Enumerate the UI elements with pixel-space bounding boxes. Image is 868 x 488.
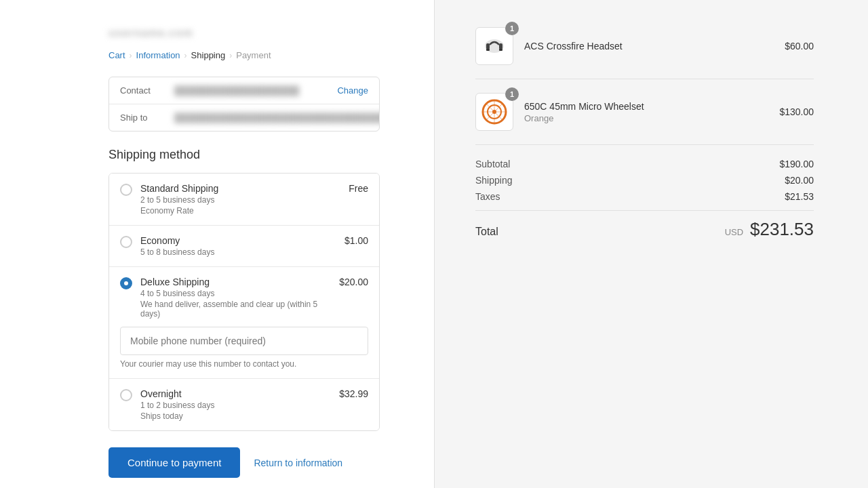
option-info-deluxe: Deluxe Shipping 4 to 5 business days We … [140, 277, 331, 319]
subtotal-value: $190.00 [779, 159, 814, 169]
shipping-option-deluxe[interactable]: Deluxe Shipping 4 to 5 business days We … [109, 267, 379, 379]
breadcrumb-sep-3: › [229, 51, 232, 60]
ship-to-value: ██████████████████████████████████████ [174, 113, 380, 123]
svg-rect-4 [499, 49, 502, 51]
contact-value: ████████████████████ [174, 85, 337, 96]
radio-economy[interactable] [120, 236, 132, 248]
contact-change-link[interactable]: Change [337, 85, 368, 96]
grand-total-amount-wrap: USD $231.53 [725, 219, 814, 240]
item-details-wheelset: 650C 45mm Micro Wheelset Orange [524, 101, 779, 123]
breadcrumb-cart[interactable]: Cart [108, 50, 125, 60]
contact-row: Contact ████████████████████ Change [109, 77, 379, 104]
ship-to-label: Ship to [120, 113, 174, 123]
breadcrumb-shipping: Shipping [191, 50, 226, 60]
breadcrumb-information[interactable]: Information [136, 50, 180, 60]
shipping-option-standard[interactable]: Standard Shipping 2 to 5 business days E… [109, 174, 379, 226]
item-name-headset: ACS Crossfire Headset [524, 41, 785, 52]
taxes-row: Taxes $21.53 [475, 191, 814, 202]
item-price-headset: $60.00 [785, 41, 814, 52]
headset-icon [479, 31, 509, 61]
option-name-standard: Standard Shipping [140, 183, 340, 194]
breadcrumb-sep-1: › [130, 51, 132, 60]
subtotal-label: Subtotal [475, 159, 510, 169]
shipping-label: Shipping [475, 175, 513, 186]
grand-total-amount: $231.53 [750, 219, 814, 239]
breadcrumb-payment: Payment [236, 50, 271, 60]
radio-standard[interactable] [120, 184, 132, 196]
option-sub-overnight: 1 to 2 business days [140, 401, 331, 410]
shipping-option-overnight[interactable]: Overnight 1 to 2 business days Ships tod… [109, 379, 379, 430]
checkout-left-panel: username.com Cart › Information › Shippi… [0, 0, 434, 488]
option-sub-standard: 2 to 5 business days [140, 195, 340, 205]
return-to-information-link[interactable]: Return to information [254, 458, 342, 468]
item-badge-headset: 1 [505, 22, 519, 35]
breadcrumb: Cart › Information › Shipping › Payment [108, 50, 380, 60]
shipping-option-economy[interactable]: Economy 5 to 8 business days $1.00 [109, 226, 379, 267]
option-info-overnight: Overnight 1 to 2 business days Ships tod… [140, 388, 331, 421]
option-sub-deluxe: 4 to 5 business days [140, 289, 331, 298]
option-name-overnight: Overnight [140, 388, 331, 399]
order-summary-panel: 1 ACS Crossfire Headset $60.00 1 [434, 0, 868, 488]
option-sub2-standard: Economy Rate [140, 206, 340, 216]
grand-total-label: Total [475, 226, 498, 238]
phone-hint: Your courier may use this number to cont… [120, 359, 368, 369]
option-sub2-deluxe: We hand deliver, assemble and clear up (… [140, 300, 331, 319]
shipping-row: Shipping $20.00 [475, 175, 814, 186]
svg-rect-3 [486, 49, 490, 51]
totals-divider [475, 210, 814, 211]
option-sub-economy: 5 to 8 business days [140, 247, 336, 257]
option-price-overnight: $32.99 [339, 388, 368, 399]
wheelset-icon [479, 97, 509, 127]
option-price-standard: Free [349, 183, 368, 194]
continue-to-payment-button[interactable]: Continue to payment [108, 447, 240, 478]
store-name: username.com [108, 27, 380, 39]
shipping-value: $20.00 [785, 175, 814, 186]
option-price-deluxe: $20.00 [339, 277, 368, 287]
item-image-wrap-headset: 1 [475, 27, 513, 65]
shipping-options-list: Standard Shipping 2 to 5 business days E… [108, 173, 380, 431]
option-info-standard: Standard Shipping 2 to 5 business days E… [140, 183, 340, 216]
radio-overnight[interactable] [120, 389, 132, 401]
breadcrumb-sep-2: › [184, 51, 187, 60]
svg-rect-1 [486, 43, 490, 49]
totals-section: Subtotal $190.00 Shipping $20.00 Taxes $… [475, 159, 814, 240]
option-name-deluxe: Deluxe Shipping [140, 277, 331, 287]
subtotal-row: Subtotal $190.00 [475, 159, 814, 169]
phone-input-wrapper: Your courier may use this number to cont… [120, 327, 368, 369]
svg-rect-2 [499, 43, 502, 49]
option-sub2-overnight: Ships today [140, 411, 331, 421]
item-price-wheelset: $130.00 [779, 106, 814, 117]
item-name-wheelset: 650C 45mm Micro Wheelset [524, 101, 779, 112]
taxes-label: Taxes [475, 191, 500, 202]
contact-info-box: Contact ████████████████████ Change Ship… [108, 77, 380, 131]
item-image-wrap-wheelset: 1 [475, 93, 513, 131]
contact-label: Contact [120, 85, 174, 96]
item-variant-wheelset: Orange [524, 113, 779, 123]
taxes-value: $21.53 [785, 191, 814, 202]
option-price-economy: $1.00 [344, 235, 368, 246]
grand-total-currency: USD [725, 227, 743, 237]
item-details-headset: ACS Crossfire Headset [524, 41, 785, 52]
option-name-economy: Economy [140, 235, 336, 246]
order-item-wheelset: 1 650C 45mm Micro Wheelset Orange $130.0… [475, 93, 814, 145]
shipping-method-title: Shipping method [108, 148, 380, 162]
order-item-headset: 1 ACS Crossfire Headset $60.00 [475, 27, 814, 79]
item-badge-wheelset: 1 [505, 87, 519, 101]
phone-input[interactable] [120, 327, 368, 355]
grand-total-row: Total USD $231.53 [475, 219, 814, 240]
option-info-economy: Economy 5 to 8 business days [140, 235, 336, 257]
radio-deluxe[interactable] [120, 277, 132, 289]
ship-to-row: Ship to ████████████████████████████████… [109, 104, 379, 131]
actions-bar: Continue to payment Return to informatio… [108, 447, 380, 478]
